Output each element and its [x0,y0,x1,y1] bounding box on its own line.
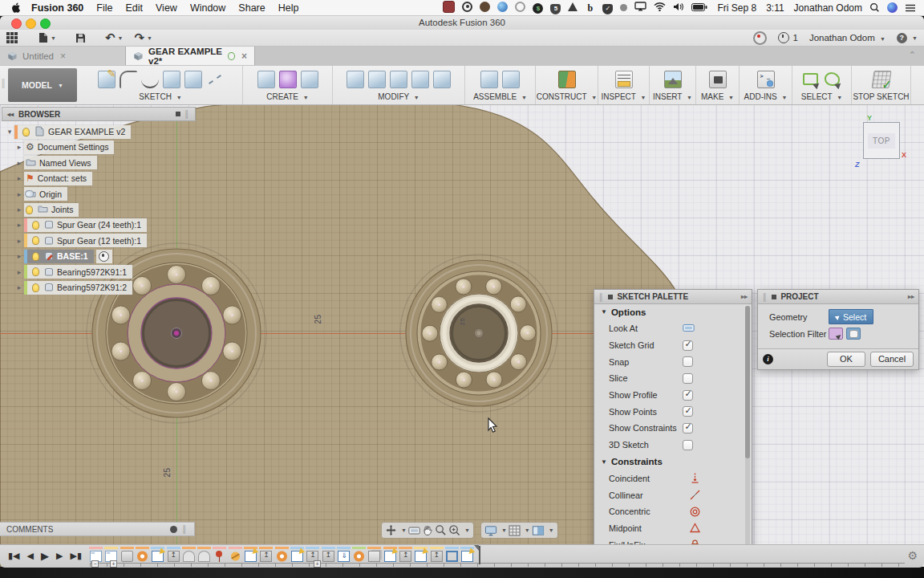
browser-item[interactable]: ▸Origin [14,187,67,201]
menu-bar-clock[interactable]: 3:11 [766,2,784,14]
record-icon[interactable] [462,2,472,14]
timeline-cube-feature[interactable] [121,551,133,562]
sketch-palette-header[interactable]: ║ SKETCH PALETTE ▸▸ [594,290,752,304]
tab-close-icon[interactable]: × [60,51,66,62]
visibility-bulb-icon[interactable] [26,206,33,214]
spotlight-search-icon[interactable] [869,2,880,13]
rectangle-icon[interactable] [163,71,180,88]
combine-icon[interactable] [390,71,407,88]
visibility-bulb-icon[interactable] [22,128,30,136]
collapse-toolbar-chevron[interactable]: ⌃ [909,50,916,60]
ok-button[interactable]: OK [827,352,865,367]
stop-sketch-icon[interactable] [871,71,891,88]
visibility-bulb-icon[interactable] [25,190,34,197]
ribbon-group-label[interactable]: INSPECT ▼ [602,92,646,101]
save-button[interactable] [75,33,86,43]
menu-item-help[interactable]: Help [278,2,299,14]
mirror-icon[interactable] [184,71,202,88]
tree-expand-icon[interactable]: ▸ [14,237,24,245]
timeline-group-handle[interactable]: + [314,560,321,568]
look-at-icon[interactable] [408,526,420,535]
joint-icon[interactable] [502,71,520,88]
viewports-icon[interactable] [532,525,545,536]
dropdown-caret-icon[interactable]: ▼ [525,527,530,533]
timeline-expand-handle[interactable]: + [110,560,117,568]
3d-sketch-checkbox[interactable] [683,440,693,450]
palette-constraint-row[interactable]: Collinear [594,486,752,503]
browser-item-chip[interactable]: Named Views [24,156,97,169]
options-section-header[interactable]: ▼Options [594,303,752,320]
comments-grip-icon[interactable]: ║ [182,525,188,533]
timeline-arc-feature[interactable] [183,551,195,562]
pattern-icon[interactable] [301,71,318,88]
geometry-select-button[interactable]: Select [829,309,873,324]
sketch-grid-checkbox[interactable] [683,340,693,351]
info-icon[interactable]: i [763,354,773,364]
ribbon-group-label[interactable]: ASSEMBLE ▼ [473,92,527,101]
dropdown-caret-icon[interactable]: ▼ [501,527,507,533]
palette-scrollbar-thumb[interactable] [745,306,750,458]
make-icon[interactable] [709,71,727,88]
undo-button[interactable]: ↶▼ [105,31,124,45]
dropdown-caret-icon[interactable]: ▼ [401,527,407,533]
timeline-collapse-handle[interactable]: − [91,560,99,568]
show-profile-checkbox[interactable] [683,390,693,401]
constraints-section-header[interactable]: ▼Constraints [594,454,752,470]
step-back-button[interactable]: ◀ [27,551,34,561]
timeline-track[interactable] [90,563,905,568]
app-grid-button[interactable] [6,32,18,43]
browser-item-chip[interactable]: Spur Gear (12 teeth):1 [24,234,147,247]
b-app-icon[interactable]: b [585,2,595,14]
timeline-pin-feature[interactable] [213,551,225,562]
browser-item-chip[interactable]: Spur Gear (24 teeth):1 [24,218,147,232]
grid-settings-icon[interactable] [509,525,521,536]
help-menu[interactable]: ? ▼ [897,32,918,43]
timeline-extrude-feature[interactable] [168,551,180,562]
tree-expand-icon[interactable]: ▸ [14,221,24,229]
menu-bar-user[interactable]: Jonathan Odom [794,2,862,14]
coincident-icon[interactable] [689,472,701,484]
browser-item-chip[interactable]: Origin [24,187,67,201]
collapse-browser-icon[interactable]: ◂◂ [7,111,14,118]
dropdown-caret-icon[interactable]: ▼ [549,527,554,533]
paw-icon[interactable] [480,2,490,14]
show-constraints-checkbox[interactable] [683,423,693,434]
go-to-end-button[interactable]: ▶▮ [70,551,82,561]
project-dialog-header[interactable]: ║ PROJECT ▸▸ [758,290,918,304]
visibility-bulb-icon[interactable] [32,267,39,276]
drive-icon[interactable] [568,2,578,14]
chamfer-icon[interactable] [411,71,429,88]
ribbon-group-label[interactable]: MODIFY ▼ [378,92,419,101]
browser-item-chip[interactable]: ⚑Contact: sets [24,172,92,185]
ribbon-group-label[interactable]: ADD-INS ▼ [744,92,788,101]
tree-collapse-icon[interactable]: ▾ [5,128,14,136]
menu-item-share[interactable]: Share [238,2,265,14]
wifi-icon[interactable] [654,2,666,14]
panel-dock-icon[interactable] [176,112,180,116]
pan-icon[interactable] [422,524,433,536]
fit-icon[interactable] [448,524,460,536]
browser-item[interactable]: ▸Bearing5972K91:1 [14,265,132,279]
visibility-bulb-icon[interactable] [32,283,39,292]
display-settings-icon[interactable] [484,525,497,536]
tab-close-icon[interactable]: × [241,51,247,62]
visibility-bulb-icon[interactable] [32,236,39,245]
browser-item-chip[interactable]: ⚙Document Settings [24,140,114,154]
notification-center-icon[interactable] [905,3,916,13]
file-menu-button[interactable]: ▼ [38,32,56,43]
step-forward-button[interactable]: ▶ [56,551,63,561]
menu-item-window[interactable]: Window [190,2,225,14]
workspace-selector[interactable]: MODEL▼ [8,68,77,102]
ribbon-group-label[interactable]: CONSTRUCT ▼ [537,92,597,101]
browser-item[interactable]: ▸Bearing5972K91:2 [14,280,132,295]
document-tab[interactable]: Untitled× [0,47,126,65]
shell-icon[interactable] [433,71,451,88]
timeline-sketch-feature[interactable] [245,551,257,562]
ribbon-group-label[interactable]: SELECT ▼ [801,92,842,101]
panel-grip-icon[interactable]: ║ [184,110,190,118]
keyboard-icon[interactable] [620,2,627,14]
tree-expand-icon[interactable]: ▸ [14,190,24,198]
timeline-arc-feature[interactable] [198,551,210,562]
panel-grip-icon[interactable]: ║ [598,293,604,301]
ribbon-group-label[interactable]: SKETCH ▼ [139,92,181,101]
